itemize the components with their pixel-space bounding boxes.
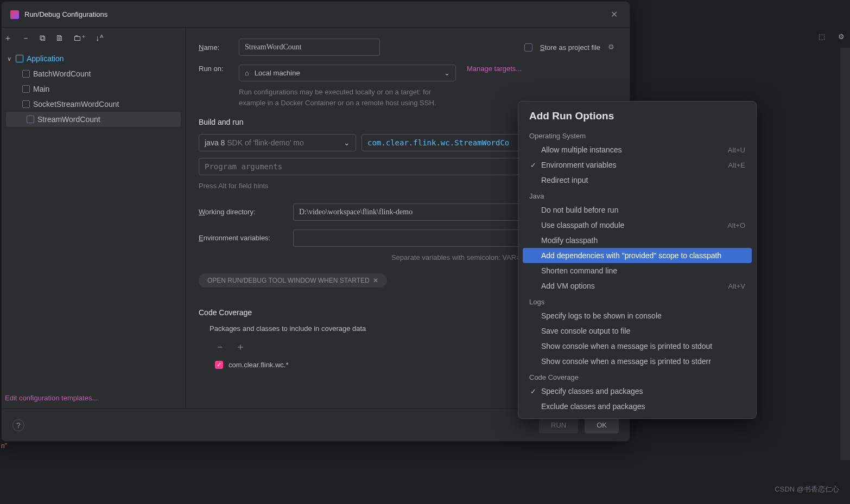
tree-item[interactable]: Main xyxy=(2,81,185,97)
remove-config-button[interactable]: － xyxy=(22,33,30,43)
workdir-label: Working directory: xyxy=(199,208,286,216)
config-icon xyxy=(22,70,30,78)
run-on-hint: Run configurations may be executed local… xyxy=(239,87,456,108)
popup-item-label: Redirect input xyxy=(541,176,745,184)
add-run-options-popup: Add Run Options Operating SystemAllow mu… xyxy=(518,101,757,419)
add-config-button[interactable]: ＋ xyxy=(4,33,12,43)
check-icon: ✓ xyxy=(529,387,537,395)
open-tool-window-chip[interactable]: OPEN RUN/DEBUG TOOL WINDOW WHEN STARTED … xyxy=(199,273,387,288)
popup-item-label: Show console when a message is printed t… xyxy=(541,357,745,366)
add-package-button[interactable]: ＋ xyxy=(236,340,245,353)
dialog-header: Run/Debug Configurations ✕ xyxy=(2,2,630,28)
popup-item[interactable]: Specify logs to be shown in console xyxy=(523,308,752,323)
tree-item-label: SocketStreamWordCount xyxy=(33,100,119,109)
config-icon xyxy=(22,85,30,93)
popup-item[interactable]: Show console when a message is printed t… xyxy=(523,339,752,354)
run-button[interactable]: RUN xyxy=(539,417,578,433)
popup-item[interactable]: Do not build before run xyxy=(523,202,752,218)
config-icon xyxy=(27,116,34,123)
tree-item[interactable]: BatchWordCount xyxy=(2,66,185,81)
terminal-fragment: n" xyxy=(1,442,7,450)
config-sidebar: ＋ － ⧉ 🗎 🗀⁺ ↓ᴬ ∨ Application BatchWordCou… xyxy=(2,28,186,409)
popup-item-label: Shorten command line xyxy=(541,266,745,275)
gear-icon[interactable]: ⚙ xyxy=(838,33,845,41)
run-on-value: Local machine xyxy=(255,69,300,77)
popup-item[interactable]: Modify classpath xyxy=(523,233,752,248)
popup-item[interactable]: Add VM optionsAlt+V xyxy=(523,278,752,294)
tree-application-group[interactable]: ∨ Application xyxy=(2,51,185,66)
popup-item-label: Use classpath of module xyxy=(541,221,723,229)
popup-item[interactable]: Save console output to file xyxy=(523,323,752,339)
gear-icon[interactable]: ⚙ xyxy=(608,43,617,52)
tree-group-label: Application xyxy=(27,54,64,63)
sdk-select[interactable]: java 8 SDK of 'flink-demo' mo⌄ xyxy=(199,134,356,151)
folder-config-button[interactable]: 🗀⁺ xyxy=(73,33,86,43)
sidebar-toolbar: ＋ － ⧉ 🗎 🗀⁺ ↓ᴬ xyxy=(2,28,185,49)
popup-group-header: Logs xyxy=(523,294,752,308)
popup-item[interactable]: ✓Specify classes and packages xyxy=(523,384,752,399)
popup-item-label: Show console when a message is printed t… xyxy=(541,342,745,350)
remove-package-button[interactable]: － xyxy=(215,340,225,353)
popup-item[interactable]: Redirect input xyxy=(523,173,752,188)
ok-button[interactable]: OK xyxy=(585,417,619,433)
popup-item-label: Save console output to file xyxy=(541,327,745,335)
coverage-checkbox[interactable]: ✓ xyxy=(215,361,223,369)
popup-item-label: Do not build before run xyxy=(541,206,745,214)
chevron-down-icon: ∨ xyxy=(7,55,11,62)
popup-group-header: Java xyxy=(523,188,752,202)
application-icon xyxy=(16,55,23,62)
close-icon[interactable]: ✕ xyxy=(607,8,621,21)
store-project-label: Store as project file xyxy=(540,43,600,52)
popup-item[interactable]: Show console when a message is printed t… xyxy=(523,354,752,369)
sidebar-footer: Edit configuration templates... xyxy=(2,387,185,409)
popup-item-label: Add dependencies with "provided" scope t… xyxy=(541,251,745,260)
env-label: Environment variables: xyxy=(199,234,286,242)
config-tree: ∨ Application BatchWordCount Main Socket… xyxy=(2,49,185,129)
store-project-checkbox[interactable] xyxy=(524,43,532,52)
popup-item[interactable]: Shorten command line xyxy=(523,263,752,278)
edit-templates-link[interactable]: Edit configuration templates... xyxy=(5,394,98,402)
popup-item-label: Environment variables xyxy=(541,161,724,169)
popup-item-label: Exclude classes and packages xyxy=(541,402,745,411)
popup-item-label: Add VM options xyxy=(541,282,724,290)
popup-group-header: Code Coverage xyxy=(523,369,752,384)
popup-title: Add Run Options xyxy=(523,110,752,127)
close-icon[interactable]: ✕ xyxy=(373,277,378,284)
save-config-button[interactable]: 🗎 xyxy=(55,33,64,43)
popup-shortcut: Alt+O xyxy=(727,221,745,229)
run-on-label: Run on: xyxy=(199,65,231,73)
run-on-select[interactable]: ⌂Local machine ⌄ xyxy=(239,65,456,81)
panel-icon[interactable]: ⬚ xyxy=(819,33,825,41)
sort-config-button[interactable]: ↓ᴬ xyxy=(96,33,103,43)
popup-item[interactable]: Exclude classes and packages xyxy=(523,399,752,414)
popup-item-label: Modify classpath xyxy=(541,236,745,245)
popup-item[interactable]: Allow multiple instancesAlt+U xyxy=(523,142,752,157)
popup-item[interactable]: Use classpath of moduleAlt+O xyxy=(523,218,752,233)
popup-shortcut: Alt+E xyxy=(728,161,745,169)
chip-label: OPEN RUN/DEBUG TOOL WINDOW WHEN STARTED xyxy=(207,277,370,284)
popup-item[interactable]: ✓Environment variablesAlt+E xyxy=(523,157,752,173)
popup-item-label: Allow multiple instances xyxy=(541,145,724,154)
popup-shortcut: Alt+V xyxy=(728,282,745,290)
popup-group-header: Operating System xyxy=(523,127,752,142)
chevron-down-icon: ⌄ xyxy=(344,138,350,147)
popup-item-label: Specify classes and packages xyxy=(541,387,745,395)
watermark: CSDN @书香恋仁心 xyxy=(775,484,839,494)
home-icon: ⌂ xyxy=(245,69,249,77)
tree-item-label: StreamWordCount xyxy=(37,115,100,124)
ide-right-gutter xyxy=(840,48,850,460)
coverage-item-label: com.clear.flink.wc.* xyxy=(229,361,289,369)
copy-config-button[interactable]: ⧉ xyxy=(40,33,46,43)
config-icon xyxy=(22,100,30,108)
tree-item[interactable]: SocketStreamWordCount xyxy=(2,97,185,112)
chevron-down-icon: ⌄ xyxy=(444,69,450,77)
popup-item[interactable]: Add dependencies with "provided" scope t… xyxy=(523,248,752,263)
ide-toolbar-icons: ⬚ ⚙ xyxy=(819,33,845,41)
tree-item-label: BatchWordCount xyxy=(33,69,91,78)
dialog-title: Run/Debug Configurations xyxy=(24,10,607,18)
name-input[interactable] xyxy=(239,39,380,56)
intellij-icon xyxy=(10,10,19,19)
tree-item-selected[interactable]: StreamWordCount xyxy=(6,112,181,127)
manage-targets-link[interactable]: Manage targets... xyxy=(467,65,522,73)
help-button[interactable]: ? xyxy=(12,419,24,431)
